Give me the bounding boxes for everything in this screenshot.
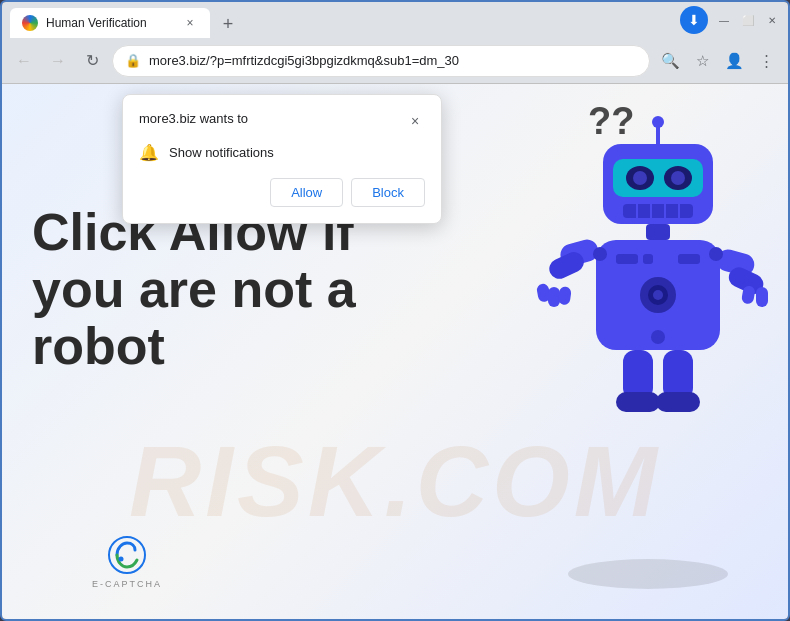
search-icon: 🔍	[661, 52, 680, 70]
maximize-button[interactable]: ⬜	[740, 12, 756, 28]
svg-rect-23	[678, 254, 700, 264]
svg-rect-22	[643, 254, 653, 264]
profile-icon: 👤	[725, 52, 744, 70]
main-text-line2: you are not a	[32, 261, 356, 318]
svg-rect-33	[756, 287, 768, 307]
url-bar[interactable]: 🔒 more3.biz/?p=mfrtizdcgi5gi3bpgizdkmq&s…	[112, 45, 650, 77]
tab-area: Human Verification × +	[10, 2, 680, 38]
reload-button[interactable]: ↻	[78, 47, 106, 75]
svg-rect-37	[656, 392, 700, 412]
popup-notification-row: 🔔 Show notifications	[139, 143, 425, 162]
profile-button[interactable]: 👤	[720, 47, 748, 75]
menu-button[interactable]: ⋮	[752, 47, 780, 75]
bell-icon: 🔔	[139, 143, 159, 162]
svg-point-38	[593, 247, 607, 261]
title-bar: Human Verification × + ⬇ — ⬜ ✕	[2, 2, 788, 38]
tab-favicon	[22, 15, 38, 31]
minimize-button[interactable]: —	[716, 12, 732, 28]
download-icon: ⬇	[688, 12, 700, 28]
popup-title: more3.biz wants to	[139, 111, 248, 126]
svg-rect-16	[646, 224, 670, 240]
popup-buttons: Allow Block	[139, 178, 425, 207]
download-indicator[interactable]: ⬇	[680, 6, 708, 34]
tab-title: Human Verification	[46, 16, 174, 30]
robot-illustration: ??	[528, 89, 778, 459]
ecaptcha-logo-area: E-CAPTCHA	[92, 535, 162, 589]
notification-label: Show notifications	[169, 145, 274, 160]
search-icon-button[interactable]: 🔍	[656, 47, 684, 75]
svg-point-1	[119, 557, 124, 562]
svg-rect-9	[623, 204, 693, 218]
bookmark-button[interactable]: ☆	[688, 47, 716, 75]
window-controls: — ⬜ ✕	[716, 12, 780, 28]
svg-point-39	[709, 247, 723, 261]
bookmark-icon: ☆	[696, 52, 709, 70]
page-content: RISK.COM Click Allow if you are not a ro…	[2, 84, 788, 619]
svg-point-7	[633, 171, 647, 185]
address-bar-icons: 🔍 ☆ 👤 ⋮	[656, 47, 780, 75]
menu-icon: ⋮	[759, 52, 774, 70]
popup-close-button[interactable]: ×	[405, 111, 425, 131]
block-button[interactable]: Block	[351, 178, 425, 207]
svg-rect-21	[616, 254, 638, 264]
svg-point-20	[653, 290, 663, 300]
close-button[interactable]: ✕	[764, 12, 780, 28]
browser-window: Human Verification × + ⬇ — ⬜ ✕ ← → ↻ 🔒 m…	[0, 0, 790, 621]
ecaptcha-logo-svg	[107, 535, 147, 575]
robot-shadow	[568, 559, 728, 589]
tab-close-button[interactable]: ×	[182, 15, 198, 31]
ecaptcha-label: E-CAPTCHA	[92, 579, 162, 589]
url-text: more3.biz/?p=mfrtizdcgi5gi3bpgizdkmq&sub…	[149, 53, 637, 68]
forward-button[interactable]: →	[44, 47, 72, 75]
svg-rect-28	[548, 287, 560, 307]
new-tab-button[interactable]: +	[214, 10, 242, 38]
svg-point-8	[671, 171, 685, 185]
address-bar: ← → ↻ 🔒 more3.biz/?p=mfrtizdcgi5gi3bpgiz…	[2, 38, 788, 84]
svg-point-24	[651, 330, 665, 344]
allow-button[interactable]: Allow	[270, 178, 343, 207]
back-button[interactable]: ←	[10, 47, 38, 75]
notification-popup: more3.biz wants to × 🔔 Show notification…	[122, 94, 442, 224]
main-text: Click Allow if you are not a robot	[32, 204, 356, 376]
lock-icon: 🔒	[125, 53, 141, 68]
popup-header: more3.biz wants to ×	[139, 111, 425, 131]
active-tab[interactable]: Human Verification ×	[10, 8, 210, 38]
svg-rect-36	[616, 392, 660, 412]
main-text-line3: robot	[32, 318, 356, 375]
svg-point-15	[652, 116, 664, 128]
svg-text:??: ??	[588, 100, 634, 142]
